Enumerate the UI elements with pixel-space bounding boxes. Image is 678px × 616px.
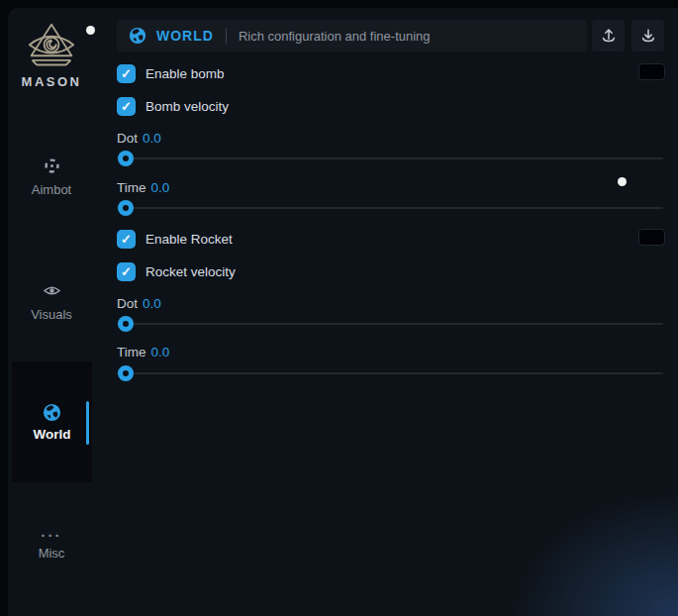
bomb-time-slider-label: Time0.0 xyxy=(117,180,169,196)
rocket-velocity-row: ✓ Rocket velocity xyxy=(117,261,236,281)
crosshair-icon xyxy=(43,156,61,175)
check-icon: ✓ xyxy=(121,233,132,246)
globe-icon xyxy=(129,27,146,45)
bomb-dot-slider-label: Dot0.0 xyxy=(117,131,161,147)
rocket-dot-slider-track[interactable] xyxy=(117,323,663,325)
enable-rocket-row: ✓ Enable Rocket xyxy=(117,229,233,249)
slider-name: Dot xyxy=(117,131,138,146)
slider-value: 0.0 xyxy=(151,180,170,195)
slider-value: 0.0 xyxy=(143,296,161,311)
rocket-dot-slider-label: Dot0.0 xyxy=(117,296,161,312)
sidebar-item-label: Visuals xyxy=(31,307,72,322)
page-subtitle: Rich configuration and fine-tuning xyxy=(239,29,431,44)
enable-bomb-checkbox[interactable]: ✓ xyxy=(117,64,136,83)
white-dot-marker xyxy=(86,26,95,35)
enable-bomb-row: ✓ Enable bomb xyxy=(117,63,225,83)
sidebar-item-visuals[interactable]: Visuals xyxy=(8,281,95,322)
sidebar-item-label: Misc xyxy=(39,546,65,561)
slider-value: 0.0 xyxy=(151,345,170,359)
sidebar-item-misc[interactable]: ... Misc xyxy=(8,527,95,561)
bomb-velocity-row: ✓ Bomb velocity xyxy=(117,96,229,116)
page-title: WORLD xyxy=(156,28,214,44)
checkbox-label: Enable bomb xyxy=(145,66,225,81)
bomb-velocity-checkbox[interactable]: ✓ xyxy=(117,97,136,116)
download-config-button[interactable] xyxy=(631,20,664,51)
rocket-time-slider-label: Time0.0 xyxy=(117,345,169,360)
sidebar-item-world[interactable]: World xyxy=(12,361,92,482)
white-dot-marker xyxy=(618,177,627,186)
slider-value: 0.0 xyxy=(143,131,161,146)
rocket-time-slider-thumb[interactable] xyxy=(118,365,134,381)
mason-eye-pyramid-icon xyxy=(8,22,95,71)
bomb-time-slider-track[interactable] xyxy=(117,207,663,209)
rocket-time-slider-track[interactable] xyxy=(117,372,663,374)
slider-name: Time xyxy=(117,345,146,359)
check-icon: ✓ xyxy=(121,265,132,278)
check-icon: ✓ xyxy=(121,67,132,80)
bomb-dot-slider-thumb[interactable] xyxy=(118,151,134,166)
page-header: WORLD Rich configuration and fine-tuning xyxy=(117,20,587,51)
bomb-dot-slider-track[interactable] xyxy=(117,157,663,159)
checkbox-label: Rocket velocity xyxy=(145,264,236,279)
upload-icon xyxy=(600,27,618,45)
globe-icon xyxy=(43,403,61,422)
bomb-time-slider-thumb[interactable] xyxy=(118,200,134,216)
enable-rocket-checkbox[interactable]: ✓ xyxy=(117,230,136,249)
sidebar-item-aimbot[interactable]: Aimbot xyxy=(8,156,95,197)
checkbox-label: Bomb velocity xyxy=(145,99,229,114)
rocket-color-swatch[interactable] xyxy=(638,229,665,246)
download-icon xyxy=(639,27,657,45)
ellipsis-icon: ... xyxy=(8,527,95,537)
main-panel: MASON Aimbot Visuals Wo xyxy=(8,8,678,616)
brand-name: MASON xyxy=(8,74,95,89)
eye-icon xyxy=(43,281,61,300)
upload-config-button[interactable] xyxy=(592,20,625,51)
sidebar-item-label: Aimbot xyxy=(32,182,71,197)
active-tab-indicator xyxy=(86,401,89,445)
sidebar-item-label: World xyxy=(12,427,92,442)
check-icon: ✓ xyxy=(121,100,132,113)
slider-name: Time xyxy=(117,180,146,195)
rocket-dot-slider-thumb[interactable] xyxy=(118,316,134,332)
rocket-velocity-checkbox[interactable]: ✓ xyxy=(117,262,136,281)
brand-logo: MASON xyxy=(8,22,95,89)
bomb-color-swatch[interactable] xyxy=(638,63,665,80)
slider-name: Dot xyxy=(117,296,138,311)
header-divider xyxy=(226,28,227,44)
checkbox-label: Enable Rocket xyxy=(145,232,233,247)
